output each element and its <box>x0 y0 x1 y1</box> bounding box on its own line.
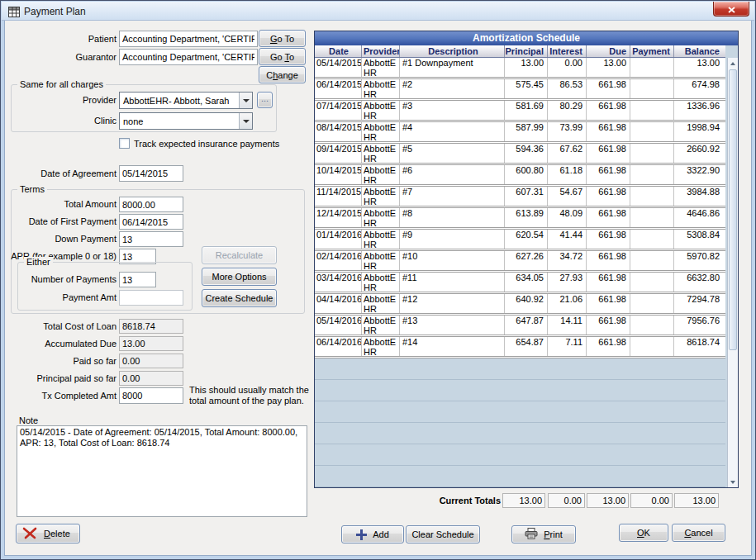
table-row[interactable]: 03/14/2016AbbottEHR#11634.0527.93661.986… <box>315 273 725 294</box>
cell-description: #8 <box>400 208 505 227</box>
change-button[interactable]: Change <box>259 66 306 83</box>
ellipsis-icon: ... <box>261 93 269 103</box>
table-row[interactable]: 12/14/2015AbbottEHR#8613.8948.09661.9846… <box>315 208 725 230</box>
print-button[interactable]: Print <box>511 525 576 543</box>
cell-date: 01/14/2016 <box>315 230 362 249</box>
cell-description: #6 <box>400 165 505 184</box>
cell-provider: AbbottEHR <box>362 294 400 313</box>
guarantor-label: Guarantor <box>9 52 116 62</box>
title-bar: Payment Plan <box>2 2 754 21</box>
tx-hint-line1: This should usually match the <box>189 385 309 396</box>
printer-icon <box>525 528 538 541</box>
cell-provider: AbbottEHR <box>362 122 400 141</box>
column-header-payment: Payment <box>630 45 674 57</box>
payment-amt-field[interactable] <box>119 290 183 306</box>
cell-due: 661.98 <box>587 79 630 98</box>
cell-balance: 3984.88 <box>674 187 725 206</box>
cell-due: 661.98 <box>587 165 630 184</box>
scrollbar-thumb[interactable] <box>729 69 737 350</box>
go-to-patient-button[interactable]: Go To <box>259 30 306 47</box>
cell-date: 10/14/2015 <box>315 165 362 184</box>
delete-x-icon <box>21 527 38 541</box>
total-amount-label: Total Amount <box>9 199 116 209</box>
table-row[interactable]: 06/14/2015AbbottEHR#2575.4586.53661.9867… <box>315 79 725 101</box>
provider-more-button[interactable]: ... <box>257 92 273 108</box>
provider-label: Provider <box>9 95 116 105</box>
delete-button[interactable]: Delete <box>16 524 80 543</box>
cell-description: #3 <box>400 101 505 120</box>
cell-date: 06/14/2016 <box>315 337 362 356</box>
first-payment-field[interactable] <box>119 214 183 230</box>
table-row[interactable]: 04/14/2016AbbottEHR#12640.9221.06661.987… <box>315 294 725 316</box>
cell-description: #7 <box>400 187 505 206</box>
cell-principal: 620.54 <box>505 230 548 249</box>
paid-so-far-label: Paid so far <box>9 356 116 366</box>
table-row[interactable]: 08/14/2015AbbottEHR#4587.9973.99661.9819… <box>315 122 725 144</box>
table-row[interactable]: 09/14/2015AbbottEHR#5594.3667.62661.9826… <box>315 144 725 165</box>
patient-field[interactable] <box>119 31 258 47</box>
cell-provider: AbbottEHR <box>362 101 400 120</box>
down-payment-label: Down Payment <box>9 234 116 244</box>
clear-schedule-button[interactable]: Clear Schedule <box>406 525 480 543</box>
cell-principal: 575.45 <box>505 79 548 98</box>
cell-payment <box>630 101 674 120</box>
cell-due: 661.98 <box>587 316 630 335</box>
track-insurance-checkbox[interactable] <box>119 138 130 149</box>
table-row[interactable]: 07/14/2015AbbottEHR#3581.6980.29661.9813… <box>315 101 725 122</box>
cell-provider: AbbottEHR <box>362 316 400 335</box>
add-button[interactable]: Add <box>341 525 404 543</box>
cell-date: 09/14/2015 <box>315 144 362 163</box>
cell-interest: 67.62 <box>548 144 587 163</box>
ok-button[interactable]: OK <box>619 524 668 542</box>
cell-balance: 1336.96 <box>674 101 725 120</box>
cell-provider: AbbottEHR <box>362 165 400 184</box>
close-button[interactable] <box>713 2 749 17</box>
cell-balance: 4646.86 <box>674 208 725 227</box>
grid-icon <box>8 6 20 21</box>
cell-due: 661.98 <box>587 144 630 163</box>
num-payments-field[interactable] <box>119 272 156 287</box>
cell-principal: 613.89 <box>505 208 548 227</box>
cell-provider: AbbottEHR <box>362 187 400 206</box>
payment-plan-window: Payment Plan Patient Guarantor Go To Go … <box>0 0 756 560</box>
create-schedule-button[interactable]: Create Schedule <box>202 289 277 307</box>
scroll-down-icon[interactable] <box>728 477 738 487</box>
tx-completed-label: Tx Completed Amt <box>9 391 116 401</box>
plus-icon <box>356 529 367 540</box>
principal-paid-label: Principal paid so far <box>9 373 116 383</box>
principal-paid-field <box>119 371 183 386</box>
table-row[interactable]: 01/14/2016AbbottEHR#9620.5441.44661.9853… <box>315 230 725 251</box>
cell-interest: 61.18 <box>548 165 587 184</box>
cell-balance: 7294.78 <box>674 294 725 313</box>
table-row[interactable]: 05/14/2015AbbottEHR#1 Downpayment13.000.… <box>315 58 725 79</box>
cell-interest: 73.99 <box>548 122 587 141</box>
go-to-guarantor-button[interactable]: Go To <box>259 48 306 65</box>
provider-dropdown[interactable]: AbbottEHR- Abbott, Sarah <box>119 92 253 109</box>
table-row[interactable]: 11/14/2015AbbottEHR#7607.3154.67661.9839… <box>315 187 725 208</box>
column-header-provider: Provider <box>362 45 400 57</box>
down-payment-field[interactable] <box>119 231 183 247</box>
more-options-button[interactable]: More Options <box>202 268 277 286</box>
date-of-agreement-field[interactable] <box>119 165 183 182</box>
num-payments-label: Number of Payments <box>9 274 116 284</box>
cell-principal: 581.69 <box>505 101 548 120</box>
cell-interest: 0.00 <box>548 58 587 77</box>
scroll-up-icon[interactable] <box>728 58 738 69</box>
note-textarea[interactable]: 05/14/2015 - Date of Agreement: 05/14/20… <box>17 425 307 517</box>
cell-payment <box>630 273 674 292</box>
clinic-dropdown[interactable]: none <box>119 112 253 130</box>
table-row[interactable]: 06/14/2016AbbottEHR#14654.877.11661.9886… <box>315 337 725 358</box>
tx-completed-field[interactable] <box>119 387 183 404</box>
cell-payment <box>630 187 674 206</box>
table-scrollbar[interactable] <box>727 58 738 487</box>
cancel-button[interactable]: Cancel <box>672 524 725 542</box>
cell-provider: AbbottEHR <box>362 337 400 356</box>
guarantor-field[interactable] <box>119 49 258 65</box>
table-row[interactable]: 05/14/2016AbbottEHR#13647.8714.11661.987… <box>315 316 725 337</box>
cell-principal: 654.87 <box>505 337 548 356</box>
table-row[interactable]: 10/14/2015AbbottEHR#6600.8061.18661.9833… <box>315 165 725 187</box>
recalculate-button[interactable]: Recalculate <box>202 246 277 264</box>
table-row[interactable]: 02/14/2016AbbottEHR#10627.2634.72661.985… <box>315 251 725 273</box>
cell-interest: 54.67 <box>548 187 587 206</box>
total-amount-field[interactable] <box>119 197 183 212</box>
